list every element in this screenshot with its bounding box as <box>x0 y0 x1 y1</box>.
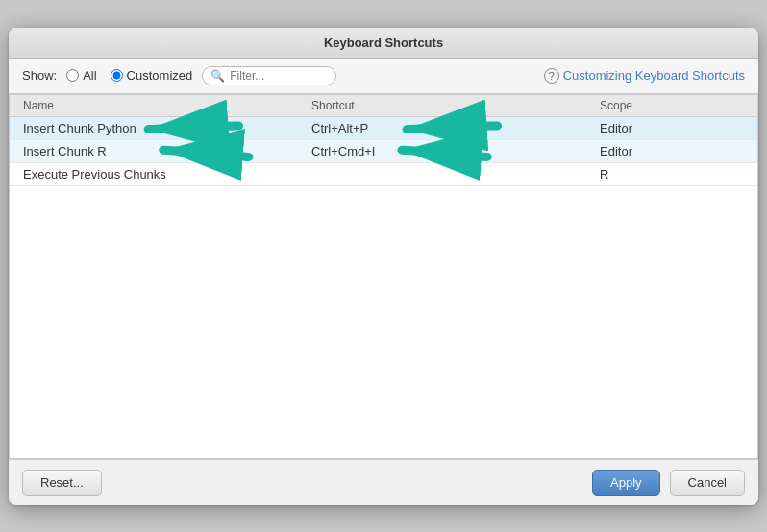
row-scope-2: Editor <box>600 144 744 158</box>
shortcuts-table: Name Shortcut Scope Insert Chunk Python … <box>9 94 758 459</box>
row-scope-1: Editor <box>600 121 744 135</box>
radio-customized-option[interactable]: Customized <box>111 68 193 83</box>
radio-customized-input[interactable] <box>111 69 123 82</box>
radio-group: All Customized <box>66 68 192 83</box>
col-scope: Scope <box>600 99 744 112</box>
table-row[interactable]: Execute Previous Chunks R <box>10 163 757 186</box>
row-scope-3: R <box>600 167 744 181</box>
radio-customized-label[interactable]: Customized <box>127 68 193 83</box>
row-shortcut-3 <box>311 167 600 181</box>
row-name-2: Insert Chunk R <box>23 144 311 158</box>
row-name-1: Insert Chunk Python <box>23 121 311 135</box>
table-row[interactable]: Insert Chunk Python Ctrl+Alt+P Editor <box>10 117 757 140</box>
keyboard-shortcuts-dialog: Keyboard Shortcuts Show: All Customized … <box>9 28 758 505</box>
search-icon: 🔍 <box>210 69 225 83</box>
row-shortcut-2: Ctrl+Cmd+I <box>311 144 600 158</box>
radio-all-label[interactable]: All <box>83 68 96 83</box>
radio-all-input[interactable] <box>66 69 79 82</box>
row-shortcut-1: Ctrl+Alt+P <box>311 121 600 135</box>
col-name: Name <box>23 99 311 112</box>
table-row[interactable]: Insert Chunk R Ctrl+Cmd+I Editor <box>10 140 757 163</box>
row-name-3: Execute Previous Chunks <box>23 167 311 181</box>
table-body: Insert Chunk Python Ctrl+Alt+P Editor In… <box>10 117 757 186</box>
title-text: Keyboard Shortcuts <box>324 36 443 50</box>
radio-all-option[interactable]: All <box>66 68 96 83</box>
cancel-button[interactable]: Cancel <box>670 470 745 496</box>
toolbar: Show: All Customized 🔍 ? Customizing Key… <box>9 59 758 94</box>
apply-button[interactable]: Apply <box>592 470 660 496</box>
col-shortcut: Shortcut <box>311 99 600 112</box>
dialog-title: Keyboard Shortcuts <box>9 28 758 59</box>
filter-box[interactable]: 🔍 <box>202 66 336 85</box>
footer-right: Apply Cancel <box>592 470 745 496</box>
filter-input[interactable] <box>230 69 328 83</box>
table-header: Name Shortcut Scope <box>10 95 757 117</box>
reset-button[interactable]: Reset... <box>22 470 102 496</box>
help-icon[interactable]: ? <box>544 68 559 84</box>
help-link[interactable]: Customizing Keyboard Shortcuts <box>563 68 745 83</box>
footer: Reset... Apply Cancel <box>9 459 758 505</box>
show-label: Show: <box>22 68 57 83</box>
help-area: ? Customizing Keyboard Shortcuts <box>544 68 745 84</box>
